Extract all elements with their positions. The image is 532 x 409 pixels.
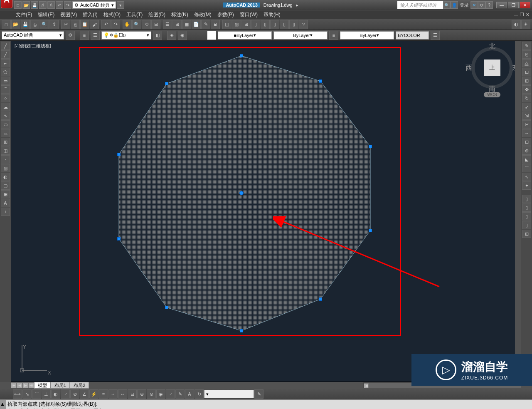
hatch-tool-icon[interactable]: ▨: [1, 164, 10, 172]
tab-first-icon[interactable]: ⏮: [11, 382, 17, 388]
ucs-icon[interactable]: X Y: [18, 341, 51, 376]
rotate-icon[interactable]: ↻: [522, 94, 531, 102]
command-history[interactable]: ▲ ✕ 拾取内部点或 [选择对象(S)/删除边界(B)]: 命令: 指定对角点或…: [0, 399, 532, 409]
layer-iso-icon[interactable]: ◧: [153, 31, 162, 40]
join-icon[interactable]: ⊕: [522, 146, 531, 155]
ellipse-icon[interactable]: ⬭: [1, 120, 10, 129]
qat-new-icon[interactable]: □: [14, 1, 22, 9]
pan-icon[interactable]: ✋: [123, 20, 132, 29]
layer-match-icon[interactable]: ◉: [178, 31, 187, 40]
menu-help[interactable]: 帮助(H): [261, 10, 283, 19]
tolerance-icon[interactable]: ⊕: [137, 389, 146, 399]
dim-tedit-icon[interactable]: A: [185, 389, 194, 399]
line-icon[interactable]: ╱: [1, 42, 10, 50]
vertex-grip[interactable]: [369, 145, 372, 148]
menu-file[interactable]: 文件(F): [13, 10, 34, 19]
plotstyle-combo[interactable]: BYCOLOR: [396, 31, 429, 40]
dim-aligned-icon[interactable]: ⤡: [22, 389, 32, 399]
new-icon[interactable]: □: [2, 20, 11, 29]
print-icon[interactable]: ⎙: [30, 20, 39, 29]
menu-draw[interactable]: 绘图(D): [146, 10, 168, 19]
compass-west[interactable]: 西: [466, 64, 472, 72]
addsel-icon[interactable]: +: [1, 208, 10, 216]
dim-constraint-icon[interactable]: ⊞: [522, 230, 531, 238]
vertex-grip[interactable]: [319, 79, 322, 83]
break-icon[interactable]: ⊟: [522, 138, 531, 146]
dim-diameter-icon[interactable]: ⊘: [70, 389, 79, 399]
dim-update-icon[interactable]: ↻: [195, 389, 204, 399]
zoom-icon[interactable]: 🔍: [132, 20, 141, 29]
dim-space-icon[interactable]: ↔: [118, 389, 127, 399]
dim-radius-icon[interactable]: ◐: [51, 389, 60, 399]
menu-window[interactable]: 窗口(W): [237, 10, 260, 19]
doc-minimize-icon[interactable]: —: [514, 12, 518, 17]
save-icon[interactable]: 💾: [21, 20, 30, 29]
minimize-button[interactable]: —: [496, 2, 507, 8]
dim-baseline-icon[interactable]: ≡: [99, 389, 108, 399]
erase-icon[interactable]: ✎: [522, 42, 531, 50]
title-arrow-icon[interactable]: ▸: [296, 2, 298, 8]
qat-undo-icon[interactable]: ↶: [56, 1, 63, 9]
scroll-left-icon[interactable]: ◀: [364, 383, 369, 388]
doc-close-icon[interactable]: ✕: [526, 12, 530, 17]
inspect-icon[interactable]: ◉: [156, 389, 165, 399]
layer-combo[interactable]: 💡❄🔒☐ 0▾: [101, 31, 151, 40]
tool-palette-icon[interactable]: ▦: [182, 20, 191, 29]
cube-top-face[interactable]: 上: [484, 59, 500, 76]
zoom-window-icon[interactable]: ⊞: [151, 20, 160, 29]
lineweight-icon[interactable]: ≡: [329, 31, 338, 40]
menu-parametric[interactable]: 参数(P): [215, 10, 236, 19]
tb-help-icon[interactable]: ?: [299, 20, 308, 29]
layer-state-icon[interactable]: ☰: [91, 31, 100, 40]
make-block-icon[interactable]: ◫: [1, 146, 10, 155]
jogged-linear-icon[interactable]: ⟋: [166, 389, 175, 399]
tab-layout2[interactable]: 布局2: [70, 382, 89, 389]
vertical-scrollbar[interactable]: [515, 41, 521, 382]
polyline-icon[interactable]: ⌐: [1, 59, 10, 67]
xline-icon[interactable]: ╱: [1, 50, 10, 59]
menu-tools[interactable]: 工具(T): [124, 10, 145, 19]
paste-icon[interactable]: 📋: [80, 20, 89, 29]
copy-tool-icon[interactable]: ⎘: [522, 50, 531, 59]
dim-jogged-icon[interactable]: ⟋: [61, 389, 70, 399]
offset-icon[interactable]: ⊡: [522, 68, 531, 76]
exchange-icon[interactable]: ✕: [470, 1, 478, 9]
dim-style-combo[interactable]: ▾: [204, 390, 254, 398]
markup-icon[interactable]: ✎: [201, 20, 210, 29]
qat-save-icon[interactable]: 💾: [31, 1, 38, 9]
undo-icon[interactable]: ↶: [101, 20, 111, 29]
qat-redo-icon[interactable]: ↷: [64, 1, 71, 9]
cmd-hist-up-icon[interactable]: ▲: [0, 401, 6, 407]
redo-icon[interactable]: ↷: [111, 20, 120, 29]
dim-ordinate-icon[interactable]: ⊥: [42, 389, 51, 399]
tab-model[interactable]: 模型: [34, 382, 51, 389]
login-label[interactable]: 登录: [458, 2, 470, 8]
explode-icon[interactable]: ✦: [522, 181, 531, 190]
menu-dimension[interactable]: 标注(N): [169, 10, 191, 19]
open-icon[interactable]: 📂: [11, 20, 20, 29]
tb-ext2-icon[interactable]: ▯: [261, 20, 270, 29]
dim-arc-icon[interactable]: ⌒: [32, 389, 41, 399]
menu-view[interactable]: 视图(V): [58, 10, 79, 19]
drawing-canvas[interactable]: [-][俯视][二维线框]: [11, 41, 521, 382]
selset2-icon[interactable]: ▯: [522, 203, 531, 212]
maximize-button[interactable]: ❐: [508, 2, 519, 8]
signin-icon[interactable]: 👤: [451, 1, 458, 9]
mtext-icon[interactable]: A: [1, 199, 10, 207]
fillet-icon[interactable]: ⌒: [522, 164, 531, 172]
region-icon[interactable]: ▢: [1, 181, 10, 190]
scale-icon[interactable]: ⤢: [522, 103, 531, 111]
dim-quick-icon[interactable]: ⚡: [89, 389, 99, 399]
vertex-grip[interactable]: [117, 237, 121, 240]
trim-icon[interactable]: ✂: [522, 120, 531, 129]
selset3-icon[interactable]: ▯: [522, 212, 531, 221]
point-icon[interactable]: ·: [1, 155, 10, 164]
chamfer-icon[interactable]: ◣: [522, 155, 531, 164]
qat-dropdown-icon[interactable]: ▾: [117, 1, 124, 9]
selset4-icon[interactable]: ▯: [522, 221, 531, 229]
ellipse-arc-icon[interactable]: ⌓: [1, 129, 10, 137]
dim-edit-icon[interactable]: ✎: [175, 389, 185, 399]
rectangle-icon[interactable]: ▭: [1, 77, 10, 85]
tab-last-icon[interactable]: ⏭: [28, 382, 34, 388]
layer-props-icon[interactable]: ≡: [80, 31, 89, 40]
